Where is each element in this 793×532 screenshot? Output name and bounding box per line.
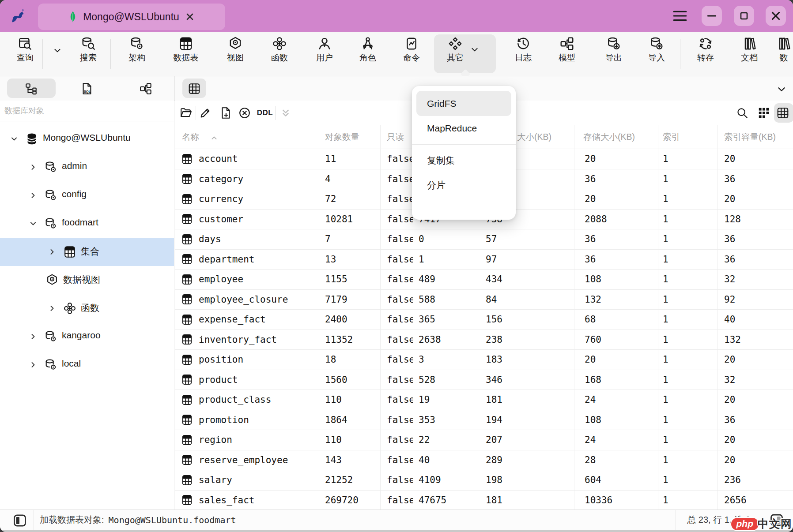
chevron-right-icon[interactable] (29, 360, 38, 369)
toolbar-logs-button[interactable]: 日志 (503, 32, 543, 76)
toolbar-views-button[interactable]: 视图 (215, 32, 255, 76)
chevron-right-icon[interactable] (29, 191, 38, 200)
chevron-right-icon[interactable] (48, 247, 57, 256)
more-actions-button[interactable] (277, 104, 295, 122)
toolbar-docs-button[interactable]: 文档 (729, 32, 769, 76)
table-row[interactable]: position18false318320120 (175, 350, 793, 370)
table-row[interactable]: salary21252false41091986041236 (175, 470, 793, 491)
menu-item-GridFS[interactable]: GridFS (416, 91, 511, 116)
column-header-名称[interactable]: 名称 (175, 125, 319, 149)
toolbar-others-button[interactable]: 其它 (435, 32, 475, 76)
toolbar-roles-button[interactable]: 角色 (348, 32, 388, 76)
table-row[interactable]: region110false2220724120 (175, 430, 793, 450)
view-list-button[interactable] (774, 104, 792, 122)
chevron-right-icon[interactable] (29, 332, 38, 341)
chevron-down-icon[interactable] (10, 135, 19, 143)
table-cell: 24 (574, 430, 658, 450)
hamburger-menu-button[interactable] (672, 9, 688, 22)
maximize-button[interactable] (734, 6, 754, 26)
toolbar-users-button[interactable]: 用户 (305, 32, 344, 76)
close-button[interactable] (766, 6, 786, 26)
minimize-button[interactable] (702, 6, 722, 26)
table-row[interactable]: inventory_fact11352false26382387601132 (175, 330, 793, 350)
table-row[interactable]: days7false05736136 (175, 229, 793, 250)
edit-collection-button[interactable] (196, 104, 214, 122)
tab-sql-view[interactable]: SQL (80, 82, 94, 95)
ddl-button[interactable]: DDL (256, 104, 274, 122)
column-header-只读[interactable]: 只读 (381, 125, 413, 149)
toolbar-functions-button[interactable]: 函数 (260, 32, 299, 76)
table-row[interactable]: product_class110false1918124120 (175, 390, 793, 410)
tab-close-icon[interactable] (185, 12, 194, 21)
toolbar-export-button[interactable]: 导出 (594, 32, 634, 76)
tree-item-Mongo@WSLUbuntu[interactable]: Mongo@WSLUbuntu (0, 125, 174, 153)
table-cell: 20 (574, 189, 658, 210)
toolbar-search-button[interactable]: 搜索 (68, 32, 108, 76)
chevron-down-icon[interactable] (29, 219, 38, 228)
table-row[interactable]: product1560false528346168132 (175, 370, 793, 390)
table-row[interactable]: promotion1864false353194108136 (175, 410, 793, 431)
table-cell: false (381, 430, 413, 450)
column-header-索引[interactable]: 索引 (658, 125, 718, 149)
toggle-left-pane-icon[interactable] (11, 513, 28, 528)
tree-item-kangaroo[interactable]: kangaroo (0, 322, 174, 351)
toolbar-query-button[interactable]: 查询 (5, 32, 45, 76)
column-header-索引容量(KB)[interactable]: 索引容量(KB) (718, 125, 793, 149)
toolbar-search-label: 搜索 (80, 52, 97, 64)
collection-icon (181, 313, 193, 326)
toolbar-import-button[interactable]: 导入 (637, 32, 676, 76)
menu-item-分片[interactable]: 分片 (412, 173, 516, 198)
tree-item-foodmart[interactable]: foodmart (0, 210, 174, 238)
toolbar-dict-button[interactable]: 数 (764, 32, 793, 76)
table-row[interactable]: reserve_employee143false4028928120 (175, 450, 793, 471)
database-objects-filter[interactable]: 数据库对象 (0, 101, 174, 121)
collection-icon (181, 373, 193, 386)
table-row[interactable]: employee1155false489434108132 (175, 270, 793, 290)
tab-model-view[interactable] (139, 82, 152, 95)
tree-item-admin[interactable]: admin (0, 153, 174, 181)
connection-tab[interactable]: Mongo@WSLUbuntu (38, 4, 225, 30)
toolbar-schema-button[interactable]: 架构 (117, 32, 157, 76)
tree-item-local[interactable]: local (0, 351, 174, 379)
table-cell: 40 (718, 310, 793, 330)
toolbar-models-button[interactable]: 模型 (547, 32, 587, 76)
menu-item-MapReduce[interactable]: MapReduce (412, 116, 516, 141)
table-cell: 434 (478, 270, 574, 290)
table-cell: 236 (718, 470, 793, 491)
table-cell: 1 (658, 430, 718, 450)
table-cell: 10281 (319, 210, 381, 230)
toolbar-tables-button[interactable]: 数据表 (162, 32, 210, 76)
column-header-存储大小(KB)[interactable]: 存储大小(KB) (574, 125, 658, 149)
tree-item-config[interactable]: config (0, 181, 174, 210)
status-connection-path: Mongo@WSLUbuntu.foodmart (109, 515, 236, 525)
tree-item-集合[interactable]: 集合 (0, 238, 174, 266)
tree-item-函数[interactable]: 函数 (0, 294, 174, 322)
chevron-right-icon[interactable] (29, 163, 38, 172)
open-collection-button[interactable] (177, 104, 195, 122)
grid-table-icon (776, 106, 789, 120)
toolbar-dump-button[interactable]: 转存 (686, 32, 725, 76)
view-tiles-button[interactable] (755, 104, 773, 122)
toolbar-commands-button[interactable]: 命令 (392, 32, 431, 76)
tab-tree-view[interactable] (25, 82, 38, 95)
table-cell: 528 (413, 370, 478, 390)
tree-item-数据视图[interactable]: 数据视图 (0, 266, 174, 294)
table-row[interactable]: expense_fact2400false36515668140 (175, 310, 793, 330)
table-cell: 760 (574, 330, 658, 350)
tabstrip-chevron-down-icon[interactable] (775, 83, 788, 96)
table-cell: 22 (413, 430, 478, 450)
table-row[interactable]: department13false19736136 (175, 250, 793, 270)
column-header-对象数量[interactable]: 对象数量 (319, 125, 381, 149)
menu-item-复制集[interactable]: 复制集 (412, 148, 516, 173)
query-dropdown-button[interactable] (50, 32, 65, 76)
delete-collection-button[interactable] (236, 104, 253, 122)
table-row[interactable]: sales_fact269720false476751811033612656 (175, 491, 793, 510)
search-objects-button[interactable] (733, 104, 751, 122)
chevron-right-icon[interactable] (48, 304, 57, 313)
table-cell: false (381, 189, 413, 210)
new-collection-button[interactable] (217, 104, 234, 122)
table-row[interactable]: employee_closure7179false58884132192 (175, 290, 793, 310)
history-icon (516, 36, 531, 51)
table-cell: 20 (718, 450, 793, 471)
tab-objects[interactable] (188, 82, 201, 95)
